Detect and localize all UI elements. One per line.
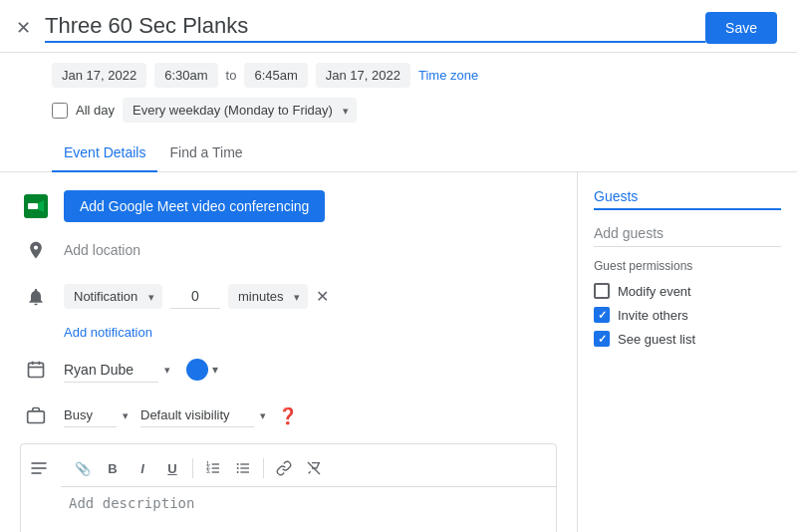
location-row	[20, 228, 557, 272]
svg-rect-7	[28, 411, 45, 423]
date-row: Jan 17, 2022 6:30am to 6:45am Jan 17, 20…	[0, 53, 797, 94]
svg-point-17	[237, 463, 239, 465]
svg-line-23	[309, 471, 311, 473]
status-controls: Busy Default visibility ❓	[64, 398, 298, 433]
notification-value-input[interactable]	[170, 284, 220, 309]
to-label: to	[226, 68, 237, 83]
invite-others-label: Invite others	[618, 308, 688, 323]
description-textarea[interactable]	[61, 487, 556, 532]
invite-others-checkbox[interactable]: ✓	[594, 307, 610, 323]
notification-unit-select[interactable]: minutes	[228, 284, 308, 309]
see-guest-list-label: See guest list	[618, 332, 695, 347]
status-select[interactable]: Busy	[64, 403, 117, 427]
modify-event-label: Modify event	[618, 284, 691, 299]
end-date-button[interactable]: Jan 17, 2022	[316, 63, 410, 88]
help-icon[interactable]: ❓	[278, 406, 298, 425]
see-guest-list-checkmark: ✓	[598, 333, 607, 346]
bell-icon-area	[20, 281, 52, 313]
add-guests-input[interactable]	[594, 220, 781, 247]
status-wrapper: Busy	[64, 403, 133, 427]
add-meet-button[interactable]: Add Google Meet video conferencing	[64, 190, 325, 222]
permission-see-guest-list: ✓ See guest list	[594, 327, 781, 351]
notification-section-row: Notification minutes ✕	[20, 272, 557, 321]
svg-rect-2	[28, 203, 38, 209]
bell-icon	[26, 287, 46, 307]
color-chevron: ▾	[212, 363, 218, 377]
right-panel: Guests Guest permissions Modify event ✓ …	[578, 172, 797, 532]
top-bar: ✕ Save	[0, 0, 797, 53]
location-icon-area	[20, 234, 52, 266]
description-icon-area	[21, 450, 61, 489]
permission-invite-others: ✓ Invite others	[594, 303, 781, 327]
unordered-list-button[interactable]	[229, 454, 257, 482]
permissions-title: Guest permissions	[594, 259, 781, 273]
visibility-wrapper: Default visibility	[140, 403, 270, 427]
color-picker-button[interactable]: ▾	[186, 359, 218, 381]
color-dot	[186, 359, 208, 381]
left-panel: Add Google Meet video conferencing N	[0, 172, 578, 532]
recurrence-select[interactable]: Every weekday (Monday to Friday)	[123, 98, 357, 123]
google-meet-icon	[24, 194, 48, 218]
start-date-button[interactable]: Jan 17, 2022	[52, 63, 146, 88]
status-row: Busy Default visibility ❓	[20, 392, 557, 439]
bold-button[interactable]: B	[99, 454, 127, 482]
unordered-list-icon	[235, 460, 251, 476]
meet-row: Add Google Meet video conferencing	[20, 184, 557, 228]
calendar-name-wrapper: Ryan Dube	[64, 358, 174, 383]
notif-type-wrapper: Notification	[64, 284, 162, 309]
calendar-icon-area	[20, 354, 52, 386]
notif-unit-wrapper: minutes	[228, 284, 308, 309]
tab-event-details[interactable]: Event Details	[52, 134, 157, 172]
allday-label: All day	[76, 103, 115, 118]
remove-format-button[interactable]	[300, 454, 328, 482]
calendar-name-select[interactable]: Ryan Dube	[64, 358, 158, 383]
calendar-icon	[26, 360, 46, 380]
invite-others-checkmark: ✓	[598, 309, 607, 322]
meet-icon-area	[20, 190, 52, 222]
description-toolbar: 📎 B I U 1. 2. 3.	[61, 450, 556, 487]
briefcase-icon	[26, 405, 46, 425]
location-icon	[26, 240, 46, 260]
description-row: 📎 B I U 1. 2. 3.	[20, 443, 557, 532]
notification-type-select[interactable]: Notification	[64, 284, 162, 309]
toolbar-divider-1	[192, 458, 193, 478]
recurrence-wrapper: Every weekday (Monday to Friday)	[123, 98, 357, 123]
permission-modify-event: Modify event	[594, 279, 781, 303]
description-editor: 📎 B I U 1. 2. 3.	[61, 450, 556, 532]
svg-point-18	[237, 467, 239, 469]
location-input[interactable]	[64, 242, 557, 258]
ordered-list-icon: 1. 2. 3.	[205, 460, 221, 476]
end-time-button[interactable]: 6:45am	[244, 63, 307, 88]
svg-rect-3	[29, 363, 44, 377]
underline-button[interactable]: U	[158, 454, 186, 482]
timezone-button[interactable]: Time zone	[418, 68, 478, 83]
guests-title: Guests	[594, 188, 781, 210]
allday-checkbox[interactable]	[52, 103, 68, 119]
visibility-select[interactable]: Default visibility	[140, 403, 254, 427]
event-title-input[interactable]	[45, 13, 705, 43]
italic-button[interactable]: I	[129, 454, 156, 482]
svg-point-19	[237, 471, 239, 473]
start-time-button[interactable]: 6:30am	[154, 63, 217, 88]
ordered-list-button[interactable]: 1. 2. 3.	[199, 454, 227, 482]
description-icon	[29, 458, 49, 478]
main-content: Add Google Meet video conferencing N	[0, 172, 797, 532]
clear-notification-icon[interactable]: ✕	[316, 287, 329, 306]
link-button[interactable]	[270, 454, 298, 482]
briefcase-icon-area	[20, 399, 52, 431]
add-notification-link[interactable]: Add notification	[20, 321, 557, 348]
save-button[interactable]: Save	[705, 12, 777, 44]
tabs-row: Event Details Find a Time	[0, 134, 797, 172]
modify-event-checkbox[interactable]	[594, 283, 610, 299]
attachment-button[interactable]: 📎	[69, 454, 97, 482]
svg-text:3.: 3.	[206, 469, 210, 474]
see-guest-list-checkbox[interactable]: ✓	[594, 331, 610, 347]
notification-controls: Notification minutes ✕	[64, 278, 329, 315]
calendar-row: Ryan Dube ▾	[20, 348, 557, 392]
link-icon	[276, 460, 292, 476]
toolbar-divider-2	[263, 458, 264, 478]
close-icon[interactable]: ✕	[16, 19, 31, 37]
allday-row: All day Every weekday (Monday to Friday)	[0, 94, 797, 131]
tab-find-time[interactable]: Find a Time	[157, 134, 254, 172]
remove-format-icon	[306, 460, 322, 476]
